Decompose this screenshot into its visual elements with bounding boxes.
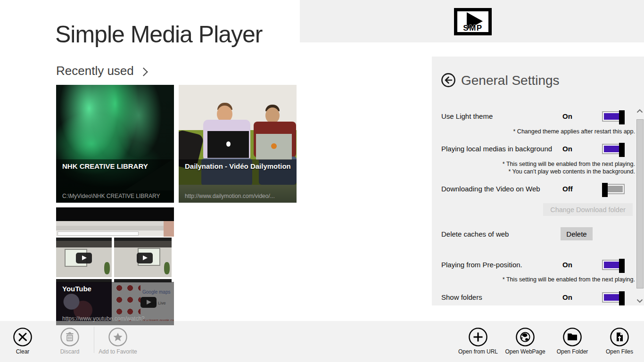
setting-value-show-folders: On xyxy=(562,293,572,301)
trash-icon xyxy=(60,327,80,347)
scrollbar-up-icon[interactable] xyxy=(636,108,644,115)
recently-used-label: Recently used xyxy=(56,64,134,78)
general-settings-panel: General Settings Use Light theme On * Ch… xyxy=(432,57,644,305)
laptop-logo xyxy=(271,143,277,149)
setting-value-download-video: Off xyxy=(562,185,573,193)
toggle-download-video[interactable] xyxy=(602,184,625,194)
recent-item-nhk[interactable]: NHK CREATIVE LIBRARY C:\MyVideo\NHK CREA… xyxy=(56,85,174,203)
setting-note: * This setting will be enabled from the … xyxy=(503,276,635,283)
setting-value-background-play: On xyxy=(562,145,572,153)
discard-button[interactable]: Discard xyxy=(47,327,92,355)
setting-label-delete-caches: Delete caches of web xyxy=(441,230,509,238)
smp-logo-text: SMP xyxy=(463,24,482,33)
app-window: SMP Simple Media Player Recently used NH… xyxy=(0,0,644,362)
toggle-background-play[interactable] xyxy=(602,144,625,154)
open-folder-button[interactable]: Open Folder xyxy=(550,327,595,355)
browser-tabbar xyxy=(56,226,174,230)
browser-urlbar xyxy=(56,230,174,236)
setting-label-download-video: Downloading the Video on Web xyxy=(441,185,540,193)
scrollbar-down-icon[interactable] xyxy=(636,298,644,304)
discard-label: Discard xyxy=(47,348,92,355)
page-title: Simple Media Player xyxy=(55,21,263,48)
add-to-favorite-button[interactable]: Add to Favorite xyxy=(95,327,140,355)
clear-button[interactable]: Clear xyxy=(0,327,45,355)
setting-note: * You can't play web contents in the bac… xyxy=(508,168,635,175)
open-from-url-label: Open from URL xyxy=(455,348,501,355)
tile-title: Dailynation - Vidéo Dailymotion xyxy=(185,162,291,170)
setting-label-background-play: Playing local medias in background xyxy=(441,145,552,153)
setting-label-show-folders: Show folders xyxy=(441,293,482,301)
settings-panel-title: General Settings xyxy=(461,73,560,88)
star-icon xyxy=(108,327,128,347)
browser-menubar xyxy=(56,221,174,226)
clear-icon xyxy=(13,327,33,347)
tile-path: C:\MyVideo\NHK CREATIVE LIBRARY xyxy=(62,193,160,199)
video-letterbox xyxy=(56,207,174,221)
globe-icon xyxy=(515,327,535,347)
tile-title: NHK CREATIVE LIBRARY xyxy=(62,162,148,170)
setting-label-pre-position: Playing from Pre-position. xyxy=(441,261,522,269)
toggle-show-folders[interactable] xyxy=(602,292,625,303)
plus-icon xyxy=(468,327,488,347)
toggle-pre-position[interactable] xyxy=(602,260,625,270)
setting-value-light-theme: On xyxy=(562,112,572,120)
smp-logo: SMP xyxy=(454,8,492,35)
open-webpage-button[interactable]: Open WebPage xyxy=(503,327,548,355)
chevron-right-icon xyxy=(139,67,148,76)
change-download-folder-button[interactable]: Change Download folder xyxy=(543,203,633,216)
video-thumb-1 xyxy=(56,238,112,277)
open-folder-label: Open Folder xyxy=(550,348,595,355)
clear-label: Clear xyxy=(0,348,45,355)
open-files-label: Open Files xyxy=(597,348,642,355)
appbar-divider xyxy=(94,327,94,353)
tile-title: YouTube xyxy=(62,285,91,293)
recent-item-youtube[interactable]: Google maps lopers Live developers.googl… xyxy=(56,207,174,325)
tile-path: http://www.dailymotion.com/video/... xyxy=(185,193,275,199)
apple-logo xyxy=(226,141,231,147)
app-bar: Clear Discard Add to Favorite xyxy=(0,321,644,362)
setting-label-light-theme: Use Light theme xyxy=(441,112,493,120)
video-thumb-2 xyxy=(114,238,172,277)
add-to-favorite-label: Add to Favorite xyxy=(95,348,140,355)
person2-head xyxy=(265,107,280,123)
open-from-url-button[interactable]: Open from URL xyxy=(455,327,501,355)
scrollbar-thumb[interactable] xyxy=(636,119,644,288)
open-files-button[interactable]: Open Files xyxy=(597,327,642,355)
person1-laptop xyxy=(207,131,249,158)
recent-item-dailymotion[interactable]: Dailynation - Vidéo Dailymotion http://w… xyxy=(179,85,297,203)
setting-note: * This setting will be enabled from the … xyxy=(503,161,635,167)
delete-caches-button[interactable]: Delete xyxy=(561,227,593,240)
person2-laptop xyxy=(256,134,292,160)
settings-scrollbar[interactable] xyxy=(636,106,644,305)
toggle-light-theme[interactable] xyxy=(602,111,625,122)
setting-note: * Changed theme applies after restart th… xyxy=(513,128,635,135)
back-arrow-icon xyxy=(441,73,456,88)
tile-path: https://www.youtube.com/watch?... xyxy=(62,315,149,322)
file-up-icon xyxy=(610,327,629,347)
open-webpage-label: Open WebPage xyxy=(503,348,548,355)
folder-icon xyxy=(562,327,582,347)
smp-logo-icon: SMP xyxy=(454,8,492,35)
webcam-overlay xyxy=(164,221,174,237)
back-button[interactable] xyxy=(441,73,456,88)
recently-used-header[interactable]: Recently used xyxy=(56,64,147,78)
setting-value-pre-position: On xyxy=(562,261,572,269)
